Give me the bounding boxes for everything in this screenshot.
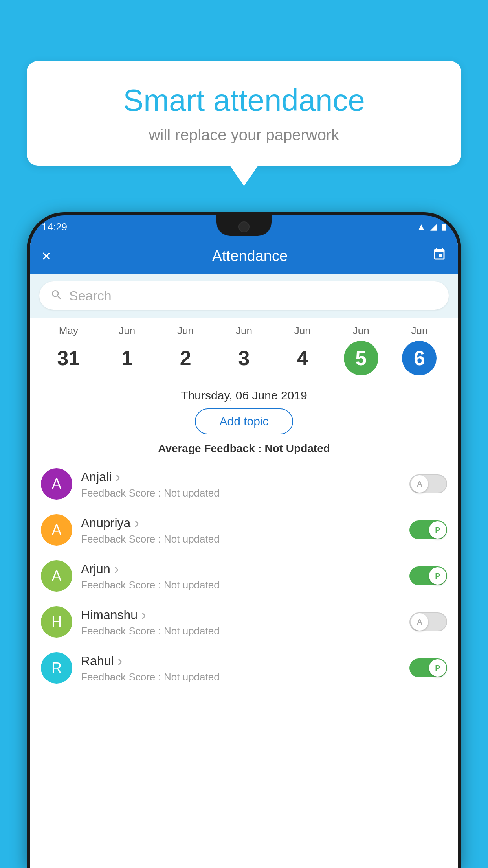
app-header: × Attendance bbox=[30, 238, 458, 274]
calendar-strip: May31Jun1Jun2Jun3Jun4Jun5Jun6 bbox=[30, 318, 458, 383]
student-item[interactable]: AAnjaliFeedback Score : Not updatedA bbox=[30, 461, 458, 507]
add-topic-button[interactable]: Add topic bbox=[195, 408, 293, 434]
front-camera bbox=[238, 221, 250, 232]
app-content: × Attendance Search bbox=[30, 238, 458, 868]
search-bar[interactable]: Search bbox=[39, 281, 449, 310]
toggle-knob: P bbox=[429, 567, 446, 585]
calendar-day[interactable]: Jun1 bbox=[105, 325, 149, 375]
status-time: 14:29 bbox=[42, 221, 67, 233]
calendar-day[interactable]: Jun3 bbox=[222, 325, 266, 375]
student-item[interactable]: HHimanshuFeedback Score : Not updatedA bbox=[30, 599, 458, 645]
bubble-title: Smart attendance bbox=[50, 83, 438, 118]
avg-feedback-value: Not Updated bbox=[264, 442, 330, 454]
student-name: Himanshu bbox=[81, 607, 401, 623]
calendar-day[interactable]: Jun6 bbox=[398, 325, 441, 375]
attendance-toggle-container[interactable]: P bbox=[409, 520, 447, 539]
toggle-knob: P bbox=[429, 521, 446, 539]
cal-month-label: Jun bbox=[411, 325, 428, 337]
student-item[interactable]: AAnupriyaFeedback Score : Not updatedP bbox=[30, 507, 458, 553]
student-avatar: A bbox=[41, 468, 72, 500]
student-info: AnupriyaFeedback Score : Not updated bbox=[81, 515, 401, 545]
search-icon bbox=[50, 289, 63, 303]
phone-notch bbox=[216, 215, 272, 236]
toggle-knob: A bbox=[411, 613, 428, 631]
signal-icon: ◢ bbox=[430, 222, 437, 232]
cal-month-label: Jun bbox=[236, 325, 252, 337]
calendar-day[interactable]: Jun4 bbox=[281, 325, 324, 375]
student-name: Rahul bbox=[81, 653, 401, 669]
attendance-toggle[interactable]: A bbox=[409, 612, 447, 631]
status-icons: ▲ ◢ ▮ bbox=[417, 222, 446, 232]
student-avatar: R bbox=[41, 652, 72, 684]
calendar-day[interactable]: May31 bbox=[47, 325, 90, 375]
attendance-toggle[interactable]: P bbox=[409, 520, 447, 539]
student-feedback: Feedback Score : Not updated bbox=[81, 671, 401, 683]
calendar-days: May31Jun1Jun2Jun3Jun4Jun5Jun6 bbox=[39, 325, 449, 375]
student-avatar: H bbox=[41, 606, 72, 638]
cal-month-label: Jun bbox=[119, 325, 135, 337]
avg-feedback-label: Average Feedback : bbox=[158, 442, 264, 454]
student-feedback: Feedback Score : Not updated bbox=[81, 533, 401, 545]
search-container: Search bbox=[30, 274, 458, 318]
phone-frame: 14:29 ▲ ◢ ▮ × Attendance bbox=[27, 212, 461, 868]
attendance-toggle-container[interactable]: A bbox=[409, 474, 447, 493]
student-info: HimanshuFeedback Score : Not updated bbox=[81, 607, 401, 637]
student-name: Arjun bbox=[81, 561, 401, 577]
phone-inner: 14:29 ▲ ◢ ▮ × Attendance bbox=[30, 215, 458, 868]
student-item[interactable]: AArjunFeedback Score : Not updatedP bbox=[30, 553, 458, 599]
cal-month-label: Jun bbox=[353, 325, 369, 337]
calendar-day[interactable]: Jun5 bbox=[339, 325, 383, 375]
student-avatar: A bbox=[41, 514, 72, 546]
calendar-icon[interactable] bbox=[423, 247, 446, 265]
add-topic-container: Add topic bbox=[30, 405, 458, 441]
student-info: ArjunFeedback Score : Not updated bbox=[81, 561, 401, 591]
cal-day-number[interactable]: 2 bbox=[168, 341, 203, 375]
student-info: AnjaliFeedback Score : Not updated bbox=[81, 469, 401, 499]
cal-day-number[interactable]: 31 bbox=[51, 341, 86, 375]
cal-day-number[interactable]: 6 bbox=[402, 341, 437, 375]
cal-day-number[interactable]: 4 bbox=[285, 341, 320, 375]
avg-feedback: Average Feedback : Not Updated bbox=[30, 441, 458, 461]
attendance-toggle[interactable]: P bbox=[409, 566, 447, 585]
student-item[interactable]: RRahulFeedback Score : Not updatedP bbox=[30, 645, 458, 691]
header-title: Attendance bbox=[77, 248, 423, 265]
toggle-knob: P bbox=[429, 659, 446, 677]
wifi-icon: ▲ bbox=[417, 222, 426, 232]
student-name: Anupriya bbox=[81, 515, 401, 531]
cal-month-label: Jun bbox=[294, 325, 311, 337]
cal-month-label: Jun bbox=[177, 325, 194, 337]
cal-month-label: May bbox=[59, 325, 78, 337]
cal-day-number[interactable]: 5 bbox=[344, 341, 378, 375]
attendance-toggle[interactable]: A bbox=[409, 474, 447, 493]
student-list: AAnjaliFeedback Score : Not updatedAAAnu… bbox=[30, 461, 458, 868]
student-feedback: Feedback Score : Not updated bbox=[81, 487, 401, 499]
attendance-toggle[interactable]: P bbox=[409, 658, 447, 677]
close-button[interactable]: × bbox=[42, 247, 65, 265]
student-name: Anjali bbox=[81, 469, 401, 485]
student-feedback: Feedback Score : Not updated bbox=[81, 625, 401, 637]
battery-icon: ▮ bbox=[442, 222, 446, 232]
cal-day-number[interactable]: 1 bbox=[110, 341, 144, 375]
cal-day-number[interactable]: 3 bbox=[227, 341, 261, 375]
speech-bubble-container: Smart attendance will replace your paper… bbox=[27, 61, 461, 166]
attendance-toggle-container[interactable]: P bbox=[409, 658, 447, 677]
student-avatar: A bbox=[41, 560, 72, 592]
student-feedback: Feedback Score : Not updated bbox=[81, 579, 401, 591]
attendance-toggle-container[interactable]: A bbox=[409, 612, 447, 631]
student-info: RahulFeedback Score : Not updated bbox=[81, 653, 401, 683]
search-placeholder: Search bbox=[69, 288, 112, 303]
attendance-toggle-container[interactable]: P bbox=[409, 566, 447, 585]
speech-bubble: Smart attendance will replace your paper… bbox=[27, 61, 461, 166]
bubble-subtitle: will replace your paperwork bbox=[50, 126, 438, 144]
toggle-knob: A bbox=[411, 475, 428, 493]
selected-date: Thursday, 06 June 2019 bbox=[30, 383, 458, 405]
calendar-day[interactable]: Jun2 bbox=[164, 325, 207, 375]
